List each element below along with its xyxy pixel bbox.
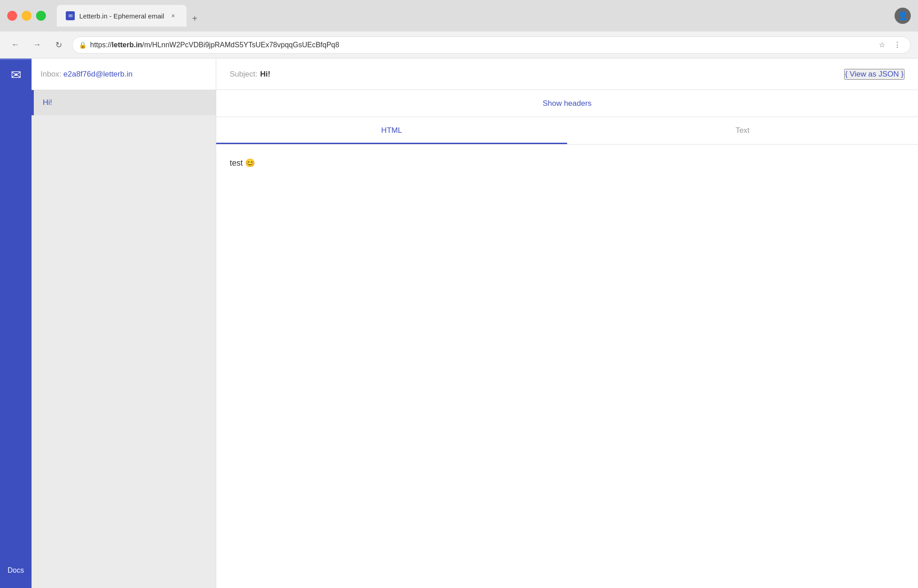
subject-value: Hi! bbox=[260, 70, 270, 79]
tab-close-button[interactable]: × bbox=[168, 11, 177, 20]
bookmark-button[interactable]: ☆ bbox=[875, 38, 889, 52]
email-tabs: HTML Text bbox=[216, 117, 918, 145]
email-list: Hi! bbox=[32, 90, 216, 115]
email-list-item[interactable]: Hi! bbox=[32, 90, 216, 115]
email-content: test 😊 bbox=[230, 158, 255, 167]
new-tab-button[interactable]: + bbox=[186, 10, 203, 27]
email-detail-header: Subject: Hi! { View as JSON } bbox=[216, 59, 918, 90]
tab-favicon bbox=[66, 11, 75, 20]
browser-toolbar: ← → ↻ 🔒 https://letterb.in/m/HLnnW2PcVDB… bbox=[0, 32, 918, 59]
tab-text[interactable]: Text bbox=[567, 117, 918, 144]
url-path: /m/HLnnW2PcVDBi9jpRAMdS5YTsUEx78vpqqGsUE… bbox=[142, 41, 340, 49]
show-headers-bar: Show headers bbox=[216, 90, 918, 117]
url-protocol: https:// bbox=[90, 41, 112, 49]
active-tab[interactable]: Letterb.in - Ephemeral email × bbox=[57, 5, 186, 27]
docs-link[interactable]: Docs bbox=[3, 562, 28, 579]
email-item-subject: Hi! bbox=[43, 98, 52, 107]
close-window-button[interactable] bbox=[7, 11, 17, 21]
tab-html[interactable]: HTML bbox=[216, 117, 567, 144]
minimize-window-button[interactable] bbox=[22, 11, 32, 21]
inbox-header: Inbox: e2a8f76d@letterb.in bbox=[32, 59, 216, 90]
url-domain: letterb.in bbox=[112, 41, 142, 49]
tab-title: Letterb.in - Ephemeral email bbox=[79, 12, 164, 20]
browser-chrome: Letterb.in - Ephemeral email × + ← → ↻ 🔒… bbox=[0, 0, 918, 59]
inbox-email-address: e2a8f76d@letterb.in bbox=[64, 70, 132, 79]
email-body: test 😊 bbox=[216, 145, 918, 588]
app-container: Docs Inbox: e2a8f76d@letterb.in Hi! Subj… bbox=[0, 59, 918, 588]
lock-icon: 🔒 bbox=[79, 41, 86, 49]
sidebar-bottom: Docs bbox=[3, 562, 28, 588]
subject-label: Subject: bbox=[230, 70, 257, 79]
back-button[interactable]: ← bbox=[7, 37, 23, 53]
browser-tabs: Letterb.in - Ephemeral email × + bbox=[57, 5, 889, 27]
address-bar[interactable]: 🔒 https://letterb.in/m/HLnnW2PcVDBi9jpRA… bbox=[72, 36, 911, 54]
maximize-window-button[interactable] bbox=[36, 11, 46, 21]
sidebar-mail-icon[interactable] bbox=[0, 59, 32, 90]
inbox-panel: Inbox: e2a8f76d@letterb.in Hi! bbox=[32, 59, 216, 588]
url-actions: ☆ ⋮ bbox=[875, 38, 904, 52]
show-headers-button[interactable]: Show headers bbox=[543, 99, 592, 108]
browser-titlebar: Letterb.in - Ephemeral email × + bbox=[0, 0, 918, 32]
browser-profile-icon[interactable] bbox=[895, 8, 911, 24]
inbox-label: Inbox: bbox=[41, 70, 61, 79]
email-detail: Subject: Hi! { View as JSON } Show heade… bbox=[216, 59, 918, 588]
browser-menu-button[interactable]: ⋮ bbox=[891, 38, 904, 52]
window-controls bbox=[7, 11, 46, 21]
sidebar: Docs bbox=[0, 59, 32, 588]
url-text: https://letterb.in/m/HLnnW2PcVDBi9jpRAMd… bbox=[90, 41, 872, 49]
forward-button[interactable]: → bbox=[29, 37, 45, 53]
view-json-button[interactable]: { View as JSON } bbox=[844, 69, 904, 80]
reload-button[interactable]: ↻ bbox=[50, 37, 67, 53]
